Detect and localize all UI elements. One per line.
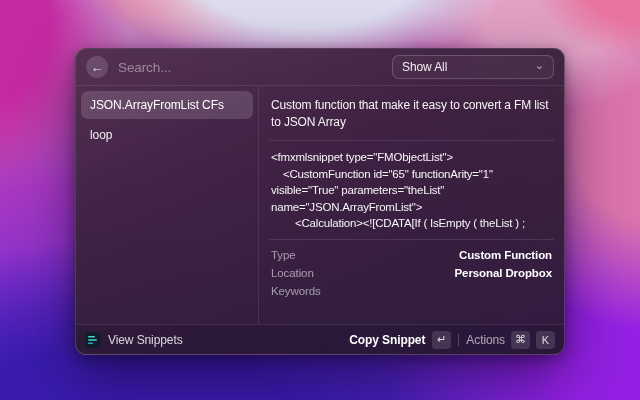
actions-label: Actions (466, 333, 505, 347)
metadata-label: Type (271, 249, 296, 261)
snippet-list: JSON.ArrayFromList CFs loop (76, 86, 259, 324)
metadata-row-keywords: Keywords (271, 282, 552, 300)
window-body: JSON.ArrayFromList CFs loop Custom funct… (76, 86, 564, 324)
actions-button[interactable]: Actions ⌘ K (466, 331, 555, 349)
metadata-row-type: Type Custom Function (271, 246, 552, 264)
k-key-icon: K (536, 331, 555, 349)
command-key-icon: ⌘ (511, 331, 530, 349)
metadata-value: Custom Function (459, 249, 552, 261)
back-button[interactable]: ← (86, 56, 108, 78)
filter-dropdown[interactable]: Show All ⌄ (392, 55, 554, 79)
list-item-loop[interactable]: loop (81, 121, 253, 149)
back-arrow-icon: ← (91, 61, 104, 74)
launcher-window: ← Show All ⌄ JSON.ArrayFromList CFs loop… (75, 48, 565, 355)
copy-snippet-label: Copy Snippet (349, 333, 425, 347)
extension-name: View Snippets (108, 333, 183, 347)
search-input[interactable] (118, 60, 382, 75)
list-item-json-arrayfromlist[interactable]: JSON.ArrayFromList CFs (81, 91, 253, 119)
snippet-description: Custom function that make it easy to con… (259, 86, 564, 140)
metadata-row-location: Location Personal Dropbox (271, 264, 552, 282)
extension-indicator: View Snippets (85, 332, 183, 348)
snippet-detail-pane: Custom function that make it easy to con… (259, 86, 564, 324)
footer-divider (458, 334, 459, 346)
snippet-code: <fmxmlsnippet type="FMObjectList"> <Cust… (259, 141, 564, 239)
return-key-icon: ↵ (432, 331, 451, 349)
metadata-label: Location (271, 267, 314, 279)
metadata-label: Keywords (271, 285, 321, 297)
action-bar: View Snippets Copy Snippet ↵ Actions ⌘ K (76, 324, 564, 354)
metadata-section: Type Custom Function Location Personal D… (259, 240, 564, 304)
metadata-value: Personal Dropbox (455, 267, 552, 279)
chevron-down-icon: ⌄ (535, 62, 544, 69)
copy-snippet-button[interactable]: Copy Snippet ↵ (349, 331, 451, 349)
footer-actions: Copy Snippet ↵ Actions ⌘ K (349, 331, 555, 349)
filter-dropdown-label: Show All (402, 60, 447, 74)
snippets-extension-icon (85, 332, 101, 348)
search-bar: ← Show All ⌄ (76, 49, 564, 86)
